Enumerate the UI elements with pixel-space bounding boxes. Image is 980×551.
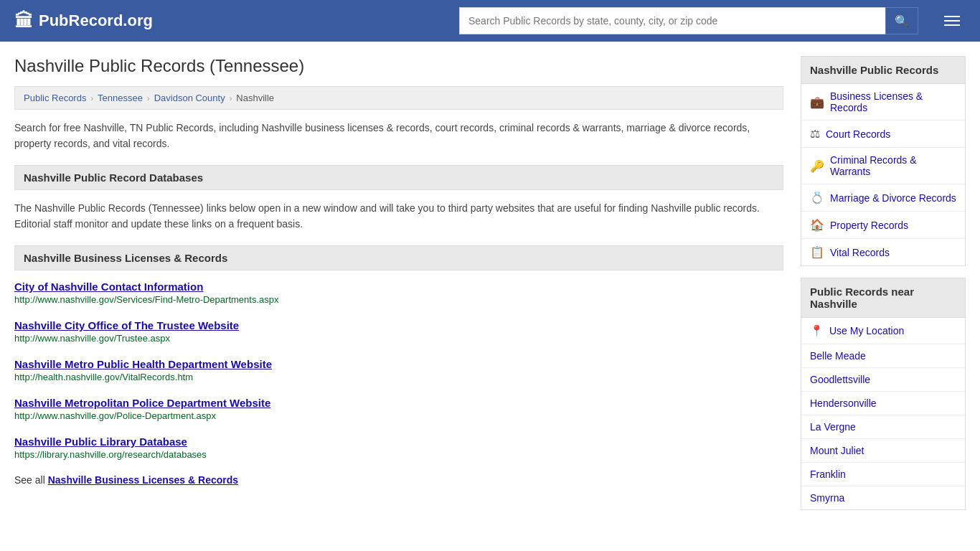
see-all-paragraph: See all Nashville Business Licenses & Re… <box>14 474 783 486</box>
sidebar-item-label: Property Records <box>830 220 908 231</box>
list-item: Nashville City Office of The Trustee Web… <box>14 319 783 347</box>
sidebar-records-section: Nashville Public Records 💼 Business Lice… <box>801 56 966 266</box>
ring-icon: 💍 <box>810 191 824 204</box>
sidebar: Nashville Public Records 💼 Business Lice… <box>801 56 966 522</box>
logo-icon: 🏛 <box>14 10 33 32</box>
business-section-header: Nashville Business Licenses & Records <box>14 245 783 270</box>
nearby-city-smyrna[interactable]: Smyrna <box>801 486 965 509</box>
clipboard-icon: 📋 <box>810 245 824 259</box>
link-city-contact-url: http://www.nashville.gov/Services/Find-M… <box>14 294 783 305</box>
search-button[interactable]: 🔍 <box>885 7 918 34</box>
breadcrumb-sep-3: › <box>230 94 232 103</box>
breadcrumb-sep-2: › <box>147 94 150 103</box>
site-header: 🏛 PubRecord.org 🔍 <box>0 0 980 42</box>
breadcrumb-sep-1: › <box>90 94 93 103</box>
logo-text: PubRecord.org <box>39 11 153 30</box>
key-icon: 🔑 <box>810 159 824 173</box>
hamburger-icon <box>944 16 960 26</box>
sidebar-records-links: 💼 Business Licenses & Records ⚖ Court Re… <box>801 84 966 266</box>
list-item: City of Nashville Contact Information ht… <box>14 281 783 308</box>
link-library[interactable]: Nashville Public Library Database <box>14 435 783 448</box>
page-title: Nashville Public Records (Tennessee) <box>14 56 783 76</box>
search-bar: 🔍 <box>459 7 918 34</box>
list-item: Nashville Public Library Database https:… <box>14 435 783 463</box>
nearby-city-goodlettsville[interactable]: Goodlettsville <box>801 368 965 392</box>
sidebar-records-heading: Nashville Public Records <box>801 56 966 84</box>
nearby-city-hendersonville[interactable]: Hendersonville <box>801 392 965 415</box>
sidebar-item-marriage[interactable]: 💍 Marriage & Divorce Records <box>801 184 965 212</box>
sidebar-item-court[interactable]: ⚖ Court Records <box>801 121 965 148</box>
breadcrumb-public-records[interactable]: Public Records <box>24 93 86 103</box>
sidebar-nearby-section: Public Records near Nashville 📍 Use My L… <box>801 278 966 510</box>
search-input[interactable] <box>459 7 885 34</box>
sidebar-item-label: Business Licenses & Records <box>830 90 956 113</box>
link-police-dept-url: http://www.nashville.gov/Police-Departme… <box>14 410 783 421</box>
page-container: Nashville Public Records (Tennessee) Pub… <box>0 42 980 550</box>
breadcrumb-davidson-county[interactable]: Davidson County <box>154 93 225 103</box>
link-trustee[interactable]: Nashville City Office of The Trustee Web… <box>14 319 783 331</box>
search-icon: 🔍 <box>895 15 909 27</box>
databases-section-header: Nashville Public Record Databases <box>14 165 783 190</box>
breadcrumb: Public Records › Tennessee › Davidson Co… <box>14 86 783 110</box>
sidebar-item-label: Court Records <box>826 128 890 140</box>
sidebar-nearby-heading: Public Records near Nashville <box>801 278 966 318</box>
nearby-city-belle-meade[interactable]: Belle Meade <box>801 344 965 368</box>
link-city-contact[interactable]: City of Nashville Contact Information <box>14 281 783 293</box>
sidebar-item-label: Criminal Records & Warrants <box>830 154 956 177</box>
list-item: Nashville Metro Public Health Department… <box>14 358 783 385</box>
business-links-list: City of Nashville Contact Information ht… <box>14 281 783 463</box>
use-my-location-item[interactable]: 📍 Use My Location <box>801 318 965 344</box>
databases-description: The Nashville Public Records (Tennessee)… <box>14 200 783 232</box>
link-police-dept[interactable]: Nashville Metropolitan Police Department… <box>14 397 783 409</box>
menu-button[interactable] <box>938 13 966 29</box>
link-trustee-url: http://www.nashville.gov/Trustee.aspx <box>14 333 783 344</box>
location-pin-icon: 📍 <box>810 324 824 337</box>
list-item: Nashville Metropolitan Police Department… <box>14 397 783 424</box>
nearby-city-la-vergne[interactable]: La Vergne <box>801 415 965 439</box>
breadcrumb-tennessee[interactable]: Tennessee <box>98 93 143 103</box>
link-library-url: https://library.nashville.org/research/d… <box>14 449 783 460</box>
main-content: Nashville Public Records (Tennessee) Pub… <box>14 56 783 522</box>
site-logo[interactable]: 🏛 PubRecord.org <box>14 10 153 32</box>
sidebar-nearby-list: 📍 Use My Location Belle Meade Goodlettsv… <box>801 318 966 510</box>
page-description: Search for free Nashville, TN Public Rec… <box>14 120 783 152</box>
house-icon: 🏠 <box>810 218 824 232</box>
sidebar-item-vital[interactable]: 📋 Vital Records <box>801 239 965 265</box>
breadcrumb-nashville: Nashville <box>236 93 274 103</box>
sidebar-item-criminal[interactable]: 🔑 Criminal Records & Warrants <box>801 148 965 184</box>
sidebar-item-property[interactable]: 🏠 Property Records <box>801 212 965 239</box>
use-my-location-label: Use My Location <box>829 325 904 336</box>
sidebar-item-label: Vital Records <box>830 247 890 258</box>
sidebar-item-business[interactable]: 💼 Business Licenses & Records <box>801 84 965 121</box>
see-all-label: See all <box>14 474 45 486</box>
nearby-city-franklin[interactable]: Franklin <box>801 463 965 486</box>
scales-icon: ⚖ <box>810 127 820 141</box>
see-all-link[interactable]: Nashville Business Licenses & Records <box>48 474 238 486</box>
link-health-dept[interactable]: Nashville Metro Public Health Department… <box>14 358 783 370</box>
briefcase-icon: 💼 <box>810 95 824 109</box>
nearby-city-mount-juliet[interactable]: Mount Juliet <box>801 439 965 463</box>
sidebar-item-label: Marriage & Divorce Records <box>830 192 956 204</box>
link-health-dept-url: http://health.nashville.gov/VitalRecords… <box>14 372 783 382</box>
